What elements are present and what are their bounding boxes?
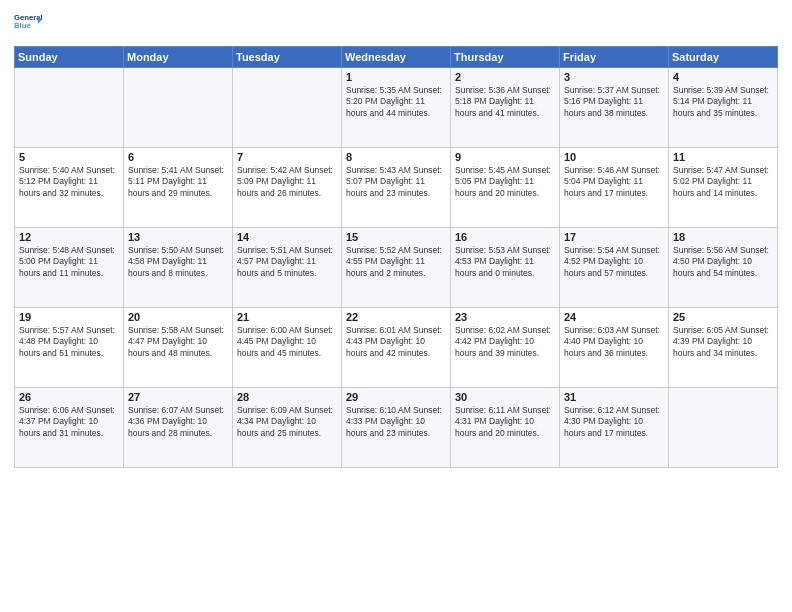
day-number: 20 — [128, 311, 228, 323]
day-info: Sunrise: 5:46 AM Sunset: 5:04 PM Dayligh… — [564, 165, 664, 199]
day-info: Sunrise: 5:48 AM Sunset: 5:00 PM Dayligh… — [19, 245, 119, 279]
calendar-cell: 27Sunrise: 6:07 AM Sunset: 4:36 PM Dayli… — [124, 388, 233, 468]
day-number: 17 — [564, 231, 664, 243]
day-info: Sunrise: 6:00 AM Sunset: 4:45 PM Dayligh… — [237, 325, 337, 359]
day-info: Sunrise: 5:52 AM Sunset: 4:55 PM Dayligh… — [346, 245, 446, 279]
day-number: 6 — [128, 151, 228, 163]
calendar-cell: 4Sunrise: 5:39 AM Sunset: 5:14 PM Daylig… — [669, 68, 778, 148]
calendar-week-4: 19Sunrise: 5:57 AM Sunset: 4:48 PM Dayli… — [15, 308, 778, 388]
weekday-header-friday: Friday — [560, 47, 669, 68]
day-info: Sunrise: 5:45 AM Sunset: 5:05 PM Dayligh… — [455, 165, 555, 199]
calendar-cell — [233, 68, 342, 148]
day-number: 16 — [455, 231, 555, 243]
calendar-cell: 20Sunrise: 5:58 AM Sunset: 4:47 PM Dayli… — [124, 308, 233, 388]
day-info: Sunrise: 5:47 AM Sunset: 5:02 PM Dayligh… — [673, 165, 773, 199]
day-info: Sunrise: 6:05 AM Sunset: 4:39 PM Dayligh… — [673, 325, 773, 359]
svg-text:Blue: Blue — [14, 21, 31, 30]
calendar-week-2: 5Sunrise: 5:40 AM Sunset: 5:12 PM Daylig… — [15, 148, 778, 228]
calendar-week-5: 26Sunrise: 6:06 AM Sunset: 4:37 PM Dayli… — [15, 388, 778, 468]
calendar-cell: 9Sunrise: 5:45 AM Sunset: 5:05 PM Daylig… — [451, 148, 560, 228]
day-number: 18 — [673, 231, 773, 243]
calendar-cell: 13Sunrise: 5:50 AM Sunset: 4:58 PM Dayli… — [124, 228, 233, 308]
calendar-cell: 3Sunrise: 5:37 AM Sunset: 5:16 PM Daylig… — [560, 68, 669, 148]
day-number: 1 — [346, 71, 446, 83]
calendar-cell — [124, 68, 233, 148]
calendar-cell: 24Sunrise: 6:03 AM Sunset: 4:40 PM Dayli… — [560, 308, 669, 388]
calendar-cell: 22Sunrise: 6:01 AM Sunset: 4:43 PM Dayli… — [342, 308, 451, 388]
calendar-week-3: 12Sunrise: 5:48 AM Sunset: 5:00 PM Dayli… — [15, 228, 778, 308]
day-number: 29 — [346, 391, 446, 403]
calendar-cell — [669, 388, 778, 468]
day-info: Sunrise: 5:40 AM Sunset: 5:12 PM Dayligh… — [19, 165, 119, 199]
day-number: 2 — [455, 71, 555, 83]
day-number: 25 — [673, 311, 773, 323]
calendar-body: 1Sunrise: 5:35 AM Sunset: 5:20 PM Daylig… — [15, 68, 778, 468]
day-number: 27 — [128, 391, 228, 403]
day-number: 4 — [673, 71, 773, 83]
calendar-cell: 15Sunrise: 5:52 AM Sunset: 4:55 PM Dayli… — [342, 228, 451, 308]
calendar-cell — [15, 68, 124, 148]
calendar-cell: 5Sunrise: 5:40 AM Sunset: 5:12 PM Daylig… — [15, 148, 124, 228]
calendar-cell: 14Sunrise: 5:51 AM Sunset: 4:57 PM Dayli… — [233, 228, 342, 308]
day-number: 21 — [237, 311, 337, 323]
day-number: 12 — [19, 231, 119, 243]
day-info: Sunrise: 5:43 AM Sunset: 5:07 PM Dayligh… — [346, 165, 446, 199]
day-number: 5 — [19, 151, 119, 163]
day-number: 15 — [346, 231, 446, 243]
day-number: 24 — [564, 311, 664, 323]
day-info: Sunrise: 5:36 AM Sunset: 5:18 PM Dayligh… — [455, 85, 555, 119]
calendar-cell: 28Sunrise: 6:09 AM Sunset: 4:34 PM Dayli… — [233, 388, 342, 468]
day-info: Sunrise: 5:41 AM Sunset: 5:11 PM Dayligh… — [128, 165, 228, 199]
day-number: 11 — [673, 151, 773, 163]
calendar-cell: 7Sunrise: 5:42 AM Sunset: 5:09 PM Daylig… — [233, 148, 342, 228]
day-number: 26 — [19, 391, 119, 403]
day-info: Sunrise: 5:51 AM Sunset: 4:57 PM Dayligh… — [237, 245, 337, 279]
weekday-header-wednesday: Wednesday — [342, 47, 451, 68]
day-info: Sunrise: 6:10 AM Sunset: 4:33 PM Dayligh… — [346, 405, 446, 439]
calendar-cell: 2Sunrise: 5:36 AM Sunset: 5:18 PM Daylig… — [451, 68, 560, 148]
day-number: 30 — [455, 391, 555, 403]
day-info: Sunrise: 5:57 AM Sunset: 4:48 PM Dayligh… — [19, 325, 119, 359]
day-number: 28 — [237, 391, 337, 403]
day-info: Sunrise: 5:39 AM Sunset: 5:14 PM Dayligh… — [673, 85, 773, 119]
calendar-cell: 6Sunrise: 5:41 AM Sunset: 5:11 PM Daylig… — [124, 148, 233, 228]
calendar-cell: 1Sunrise: 5:35 AM Sunset: 5:20 PM Daylig… — [342, 68, 451, 148]
day-info: Sunrise: 6:03 AM Sunset: 4:40 PM Dayligh… — [564, 325, 664, 359]
calendar-cell: 26Sunrise: 6:06 AM Sunset: 4:37 PM Dayli… — [15, 388, 124, 468]
day-info: Sunrise: 6:09 AM Sunset: 4:34 PM Dayligh… — [237, 405, 337, 439]
calendar-cell: 21Sunrise: 6:00 AM Sunset: 4:45 PM Dayli… — [233, 308, 342, 388]
day-number: 8 — [346, 151, 446, 163]
calendar-cell: 19Sunrise: 5:57 AM Sunset: 4:48 PM Dayli… — [15, 308, 124, 388]
calendar-week-1: 1Sunrise: 5:35 AM Sunset: 5:20 PM Daylig… — [15, 68, 778, 148]
day-info: Sunrise: 6:12 AM Sunset: 4:30 PM Dayligh… — [564, 405, 664, 439]
day-number: 22 — [346, 311, 446, 323]
calendar-cell: 12Sunrise: 5:48 AM Sunset: 5:00 PM Dayli… — [15, 228, 124, 308]
day-info: Sunrise: 5:58 AM Sunset: 4:47 PM Dayligh… — [128, 325, 228, 359]
calendar-cell: 16Sunrise: 5:53 AM Sunset: 4:53 PM Dayli… — [451, 228, 560, 308]
calendar-cell: 31Sunrise: 6:12 AM Sunset: 4:30 PM Dayli… — [560, 388, 669, 468]
day-number: 23 — [455, 311, 555, 323]
day-number: 31 — [564, 391, 664, 403]
weekday-header-sunday: Sunday — [15, 47, 124, 68]
day-info: Sunrise: 5:50 AM Sunset: 4:58 PM Dayligh… — [128, 245, 228, 279]
day-info: Sunrise: 5:53 AM Sunset: 4:53 PM Dayligh… — [455, 245, 555, 279]
day-number: 19 — [19, 311, 119, 323]
day-info: Sunrise: 6:06 AM Sunset: 4:37 PM Dayligh… — [19, 405, 119, 439]
weekday-header-monday: Monday — [124, 47, 233, 68]
day-number: 9 — [455, 151, 555, 163]
calendar-cell: 8Sunrise: 5:43 AM Sunset: 5:07 PM Daylig… — [342, 148, 451, 228]
day-info: Sunrise: 5:54 AM Sunset: 4:52 PM Dayligh… — [564, 245, 664, 279]
day-info: Sunrise: 5:37 AM Sunset: 5:16 PM Dayligh… — [564, 85, 664, 119]
logo-icon: General Blue — [14, 10, 42, 38]
calendar-cell: 23Sunrise: 6:02 AM Sunset: 4:42 PM Dayli… — [451, 308, 560, 388]
calendar-cell: 30Sunrise: 6:11 AM Sunset: 4:31 PM Dayli… — [451, 388, 560, 468]
day-info: Sunrise: 5:35 AM Sunset: 5:20 PM Dayligh… — [346, 85, 446, 119]
day-number: 3 — [564, 71, 664, 83]
day-number: 13 — [128, 231, 228, 243]
calendar-cell: 10Sunrise: 5:46 AM Sunset: 5:04 PM Dayli… — [560, 148, 669, 228]
day-info: Sunrise: 5:42 AM Sunset: 5:09 PM Dayligh… — [237, 165, 337, 199]
calendar-table: SundayMondayTuesdayWednesdayThursdayFrid… — [14, 46, 778, 468]
weekday-header-saturday: Saturday — [669, 47, 778, 68]
calendar-header-row: SundayMondayTuesdayWednesdayThursdayFrid… — [15, 47, 778, 68]
calendar-cell: 29Sunrise: 6:10 AM Sunset: 4:33 PM Dayli… — [342, 388, 451, 468]
